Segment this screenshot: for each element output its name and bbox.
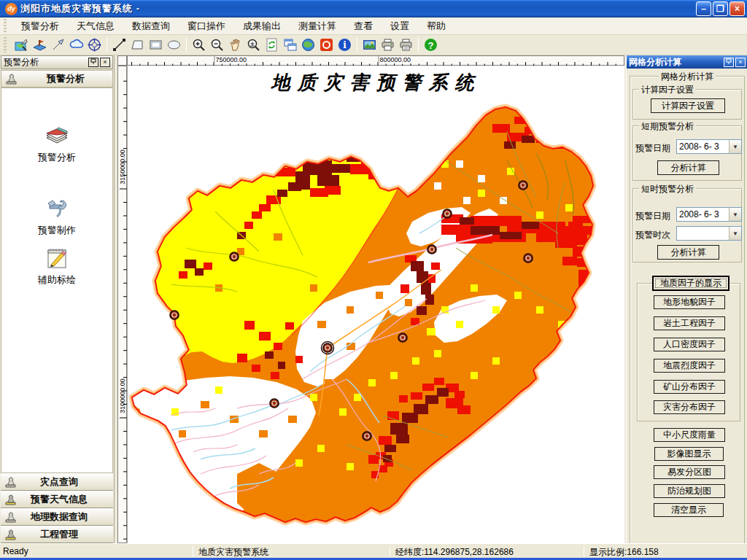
pin-icon[interactable] <box>724 58 734 67</box>
menu-result-output[interactable]: 成果输出 <box>234 18 290 35</box>
geo-factor-display-button[interactable]: 地质因子的显示 <box>652 276 729 291</box>
menu-help[interactable]: 帮助 <box>418 18 454 35</box>
population-factor-button[interactable]: 人口密度因子 <box>654 338 725 351</box>
tool-icon <box>42 195 71 221</box>
pin-icon[interactable] <box>88 58 98 67</box>
status-ready: Ready <box>3 546 28 556</box>
image-view-icon[interactable] <box>360 36 379 54</box>
chevron-down-icon[interactable]: ▼ <box>729 208 741 221</box>
item-warning-analysis[interactable]: 预警分析 <box>1 123 112 164</box>
toolbar-separator <box>357 38 357 52</box>
disaster-factor-button[interactable]: 灾害分布因子 <box>654 400 725 414</box>
immediate-analyze-button[interactable]: 分析计算 <box>657 245 719 260</box>
city-marker[interactable] <box>322 342 334 354</box>
menu-bar: 预警分析 天气信息 数据查询 窗口操作 成果输出 测量计算 查看 设置 帮助 <box>0 18 747 35</box>
grid-analysis-group-legend: 网格分析计算 <box>659 71 716 83</box>
ellipse-tool-icon[interactable] <box>165 36 183 54</box>
close-icon[interactable]: × <box>735 58 746 67</box>
close-button[interactable]: × <box>729 1 745 16</box>
help-icon[interactable]: ? <box>422 36 440 54</box>
bar-label: 灾点查询 <box>18 475 113 489</box>
flag-map-icon[interactable] <box>31 36 49 54</box>
town-marker[interactable] <box>270 399 279 408</box>
pan-hand-icon[interactable] <box>226 36 244 54</box>
clear-display-button[interactable]: 清空显示 <box>654 503 724 517</box>
right-dock-panel: 网格分析计算 × 网格分析计算 计算因子设置 计算因子设置 短期预警分析 预警日… <box>626 55 747 543</box>
bar-warning-weather-info[interactable]: 预警天气信息 <box>1 491 113 508</box>
bar-project-management[interactable]: 工程管理 <box>1 526 113 543</box>
susceptibility-map-button[interactable]: 易发分区图 <box>654 465 725 479</box>
zoom-out-icon[interactable] <box>208 36 226 54</box>
left-panel-title-bar: 预警分析 × <box>1 55 113 69</box>
bar-label: 工程管理 <box>18 528 113 541</box>
stamp-icon <box>4 73 19 85</box>
menu-settings[interactable]: 设置 <box>382 18 418 35</box>
toolbar-separator <box>186 38 187 52</box>
bar-geo-data-query[interactable]: 地理数据查询 <box>1 508 113 526</box>
immediate-date-label: 预警日期 <box>635 210 670 222</box>
print-icon[interactable] <box>379 36 397 54</box>
town-marker[interactable] <box>230 252 239 261</box>
refresh-icon[interactable] <box>263 36 281 54</box>
short-term-analyze-button[interactable]: 分析计算 <box>657 160 719 175</box>
prevention-plan-button[interactable]: 防治规划图 <box>654 484 725 498</box>
menu-weather-info[interactable]: 天气信息 <box>68 18 123 35</box>
line-tool-icon[interactable] <box>110 36 128 54</box>
terrain-factor-button[interactable]: 地形地貌因子 <box>654 295 725 309</box>
svg-text:i: i <box>343 40 347 50</box>
target-icon[interactable] <box>85 36 104 54</box>
geotech-factor-button[interactable]: 岩土工程因子 <box>654 316 725 330</box>
rectangle-tool-icon[interactable] <box>147 36 165 54</box>
globe-icon[interactable] <box>299 36 317 54</box>
copy-layers-icon[interactable] <box>281 36 299 54</box>
town-marker[interactable] <box>443 209 452 218</box>
print-setup-icon[interactable] <box>397 36 415 54</box>
info-icon[interactable]: i <box>336 36 354 54</box>
mine-factor-button[interactable]: 矿山分布因子 <box>654 380 725 394</box>
seismic-factor-button[interactable]: 地震烈度因子 <box>654 359 725 373</box>
arrow-tool-icon[interactable] <box>49 36 67 54</box>
menu-view[interactable]: 查看 <box>345 18 382 35</box>
town-marker[interactable] <box>398 333 407 342</box>
town-marker[interactable] <box>363 432 371 440</box>
left-panel-bottom-bars: 灾点查询 预警天气信息 地理数据查询 工程管理 <box>1 473 113 543</box>
zoom-window-icon[interactable] <box>244 36 263 54</box>
stop-icon[interactable] <box>317 36 336 54</box>
cloud-icon[interactable] <box>67 36 85 54</box>
stamp-icon <box>4 511 18 523</box>
item-warning-produce[interactable]: 预警制作 <box>1 195 112 237</box>
status-separator <box>390 546 390 557</box>
zoom-in-icon[interactable] <box>190 36 208 54</box>
calc-factor-settings-button[interactable]: 计算因子设置 <box>651 98 725 113</box>
menu-data-query[interactable]: 数据查询 <box>123 18 179 35</box>
menu-window-ops[interactable]: 窗口操作 <box>179 18 234 35</box>
immediate-time-combobox[interactable]: ▼ <box>676 226 742 241</box>
close-icon[interactable]: × <box>100 58 110 67</box>
item-aux-plotting[interactable]: 辅助标绘 <box>1 244 112 287</box>
left-panel-header[interactable]: 预警分析 <box>1 70 113 88</box>
status-separator <box>584 546 584 557</box>
menu-measure-calc[interactable]: 测量计算 <box>290 18 345 35</box>
toolbar-grip <box>4 37 7 53</box>
town-marker[interactable] <box>519 181 527 190</box>
menu-warning-analysis[interactable]: 预警分析 <box>12 18 68 35</box>
restore-button[interactable]: ❐ <box>713 1 728 16</box>
chevron-down-icon[interactable]: ▼ <box>729 227 741 240</box>
map-satellite-icon[interactable] <box>12 36 31 54</box>
polygon-tool-icon[interactable] <box>128 36 147 54</box>
horizontal-ruler: 750000.00 800000.00 <box>127 55 624 66</box>
short-term-date-combobox[interactable]: 2008- 6- 3 ▼ <box>676 139 742 154</box>
town-marker[interactable] <box>524 254 533 262</box>
minimize-button[interactable]: – <box>696 1 711 16</box>
town-marker[interactable] <box>170 311 179 319</box>
stamp-icon <box>4 476 18 488</box>
toolbar-separator <box>107 38 107 52</box>
town-marker[interactable] <box>427 245 436 254</box>
immediate-date-combobox[interactable]: 2008- 6- 3 ▼ <box>676 207 742 222</box>
bar-disaster-point-query[interactable]: 灾点查询 <box>1 473 113 491</box>
bar-label: 预警天气信息 <box>18 493 113 506</box>
rainfall-scale-button[interactable]: 中小尺度雨量 <box>654 428 725 442</box>
image-display-button[interactable]: 影像图显示 <box>654 447 724 461</box>
map-canvas[interactable]: 地质灾害预警系统 <box>127 66 624 543</box>
chevron-down-icon[interactable]: ▼ <box>729 140 741 153</box>
